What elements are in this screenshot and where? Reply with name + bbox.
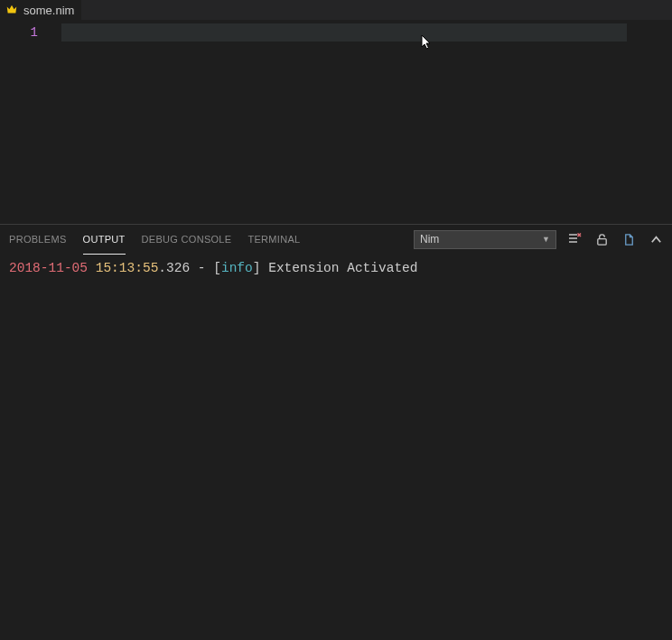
tab-filename: some.nim <box>23 4 74 17</box>
line-number-1: 1 <box>0 23 38 42</box>
code-line-1[interactable] <box>61 23 627 42</box>
tab-problems[interactable]: PROBLEMS <box>9 225 67 254</box>
crown-icon <box>5 4 18 16</box>
tab-some-nim[interactable]: some.nim <box>0 0 81 20</box>
tab-bar: some.nim <box>0 0 672 20</box>
svg-rect-0 <box>597 238 605 245</box>
output-time: 15:13:55 <box>96 261 159 275</box>
output-channel-selected: Nim <box>420 233 439 246</box>
panel-bar: PROBLEMS OUTPUT DEBUG CONSOLE TERMINAL N… <box>0 224 672 254</box>
tab-terminal[interactable]: TERMINAL <box>247 225 300 254</box>
panel-tabs: PROBLEMS OUTPUT DEBUG CONSOLE TERMINAL <box>9 225 300 254</box>
line-gutter: 1 <box>0 20 61 224</box>
output-channel-select[interactable]: Nim ▼ <box>414 230 556 249</box>
output-level: info <box>221 261 253 275</box>
panel-actions <box>567 232 663 246</box>
tab-output[interactable]: OUTPUT <box>83 226 126 255</box>
output-message: ] Extension Activated <box>253 261 418 275</box>
code-lines[interactable] <box>61 20 672 224</box>
output-ms-bracket: .326 - [ <box>158 261 221 275</box>
open-file-icon[interactable] <box>621 232 636 246</box>
tab-debug-console[interactable]: DEBUG CONSOLE <box>142 225 232 254</box>
output-body[interactable]: 2018-11-05 15:13:55.326 - [info] Extensi… <box>0 254 672 283</box>
clear-output-icon[interactable] <box>567 232 582 246</box>
editor-area[interactable]: 1 <box>0 20 672 224</box>
output-date: 2018-11-05 <box>9 261 88 275</box>
lock-scroll-icon[interactable] <box>594 232 609 246</box>
collapse-panel-icon[interactable] <box>649 232 663 246</box>
output-line-1: 2018-11-05 15:13:55.326 - [info] Extensi… <box>9 259 663 277</box>
chevron-down-icon: ▼ <box>542 235 550 244</box>
